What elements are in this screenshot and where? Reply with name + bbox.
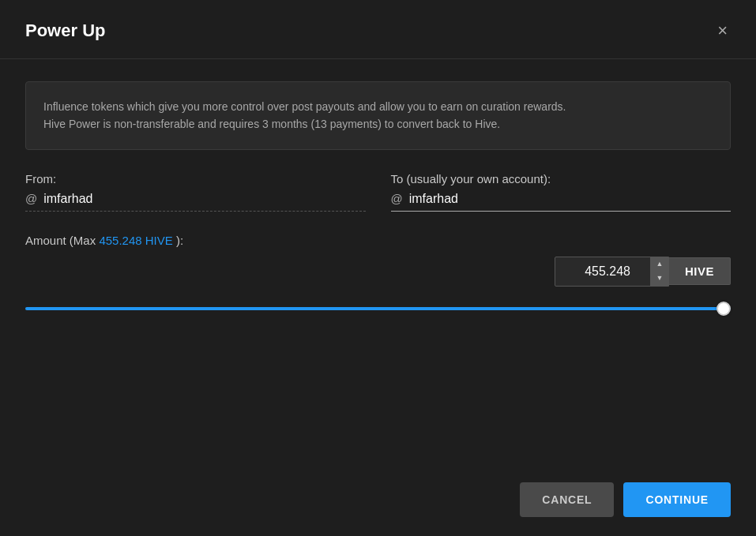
slider-container	[25, 296, 731, 317]
power-up-dialog: Power Up × Influence tokens which give y…	[0, 0, 756, 536]
amount-slider[interactable]	[25, 307, 731, 310]
from-at-symbol: @	[25, 192, 37, 205]
to-section: To (usually your own account): @	[391, 172, 732, 212]
dialog-body: Influence tokens which give you more con…	[0, 59, 756, 470]
dialog-header: Power Up ×	[0, 0, 756, 59]
currency-badge: HIVE	[669, 257, 731, 285]
amount-max-value: 455.248 HIVE	[99, 234, 172, 247]
to-label: To (usually your own account):	[391, 172, 732, 186]
from-account-input[interactable]	[43, 192, 365, 206]
spin-down-button[interactable]: ▼	[651, 272, 668, 286]
cancel-button[interactable]: CANCEL	[520, 482, 614, 517]
to-account-wrap: @	[391, 192, 732, 212]
to-at-symbol: @	[391, 192, 403, 205]
info-box: Influence tokens which give you more con…	[25, 81, 731, 150]
amount-input-wrap: ▲ ▼	[555, 257, 669, 287]
spin-up-button[interactable]: ▲	[651, 257, 668, 272]
amount-input[interactable]	[555, 258, 650, 285]
continue-button[interactable]: CONTINUE	[623, 482, 731, 517]
dialog-footer: CANCEL CONTINUE	[0, 470, 756, 536]
info-line-1: Influence tokens which give you more con…	[43, 98, 713, 115]
from-section: From: @	[25, 172, 366, 212]
to-account-input[interactable]	[409, 192, 731, 206]
info-line-2: Hive Power is non-transferable and requi…	[43, 115, 713, 133]
from-account-wrap: @	[25, 192, 366, 212]
close-button[interactable]: ×	[714, 19, 731, 43]
from-to-row: From: @ To (usually your own account): @	[25, 172, 731, 212]
dialog-title: Power Up	[25, 21, 105, 41]
amount-section: Amount (Max 455.248 HIVE ): ▲ ▼ HIVE	[25, 234, 731, 317]
spin-buttons: ▲ ▼	[650, 257, 668, 286]
amount-input-row: ▲ ▼ HIVE	[25, 257, 731, 287]
amount-label: Amount (Max 455.248 HIVE ):	[25, 234, 731, 247]
from-label: From:	[25, 172, 366, 186]
